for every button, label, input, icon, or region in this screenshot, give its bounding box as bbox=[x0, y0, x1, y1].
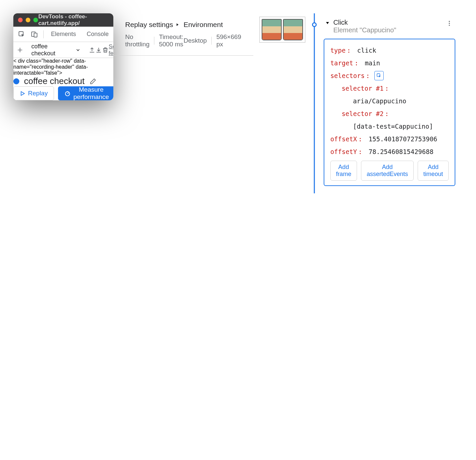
gauge-icon bbox=[64, 90, 71, 97]
new-recording-icon[interactable] bbox=[17, 44, 23, 56]
key-selectors: selectors bbox=[330, 69, 365, 82]
svg-point-9 bbox=[449, 23, 450, 24]
tab-elements[interactable]: Elements bbox=[46, 27, 81, 42]
step-menu-icon[interactable] bbox=[445, 19, 454, 28]
chevron-down-icon bbox=[75, 47, 81, 53]
val-offsety[interactable]: 78.25460815429688 bbox=[369, 145, 433, 158]
add-frame-button[interactable]: Add frame bbox=[330, 161, 357, 181]
val-offsetx[interactable]: 155.40187072753906 bbox=[369, 133, 437, 145]
key-sel2: selector #2 bbox=[342, 107, 384, 120]
replay-settings-label: Replay settings bbox=[125, 21, 173, 29]
add-asserted-events-button[interactable]: Add assertedEvents bbox=[361, 161, 414, 181]
recording-title: coffee checkout bbox=[24, 76, 85, 86]
val-sel1[interactable]: aria/Cappucino bbox=[353, 95, 406, 107]
step-thumbnail[interactable] bbox=[259, 17, 305, 43]
recorder-toolbar: coffee checkout Send feedback bbox=[13, 42, 113, 58]
export-icon[interactable] bbox=[89, 44, 95, 56]
key-target: target bbox=[330, 57, 353, 69]
send-feedback-link[interactable]: Send feedback bbox=[109, 43, 113, 57]
minimize-window-button[interactable] bbox=[26, 18, 30, 22]
maximize-window-button[interactable] bbox=[33, 18, 38, 22]
recording-select-label: coffee checkout bbox=[31, 43, 55, 57]
dimensions-value: 596×669 px bbox=[216, 33, 241, 48]
divider bbox=[211, 37, 212, 45]
val-type[interactable]: click bbox=[357, 44, 376, 57]
tab-label: Console bbox=[87, 31, 109, 38]
divider bbox=[43, 30, 44, 38]
cup-icon bbox=[283, 19, 303, 40]
close-window-button[interactable] bbox=[18, 18, 23, 22]
collapse-icon[interactable] bbox=[325, 20, 330, 25]
step-title: Click bbox=[333, 19, 396, 26]
key-type: type bbox=[330, 44, 346, 57]
replay-label: Replay bbox=[28, 90, 48, 97]
tab-console[interactable]: Console bbox=[81, 27, 113, 42]
add-timeout-button[interactable]: Add timeout bbox=[418, 161, 449, 181]
svg-rect-2 bbox=[34, 33, 37, 37]
replay-button[interactable]: Replay bbox=[13, 86, 54, 100]
pick-selector-icon[interactable] bbox=[374, 71, 384, 80]
edit-title-icon[interactable] bbox=[89, 78, 97, 85]
measure-label: Measure performance bbox=[73, 86, 109, 100]
device-toggle-icon[interactable] bbox=[29, 29, 40, 40]
svg-point-7 bbox=[65, 91, 70, 96]
key-offsety: offsetY bbox=[330, 145, 357, 158]
recording-indicator bbox=[13, 78, 19, 84]
environment-label: Environment bbox=[184, 21, 223, 29]
inspect-icon[interactable] bbox=[16, 29, 27, 40]
chevron-right-icon bbox=[175, 22, 180, 27]
environment-heading: Environment bbox=[184, 21, 241, 29]
timeline bbox=[308, 13, 320, 193]
step-details: type: click target: main selectors: sele… bbox=[324, 39, 455, 186]
replay-settings-toggle[interactable]: Replay settings bbox=[125, 21, 184, 29]
import-icon[interactable] bbox=[95, 44, 102, 56]
recording-select[interactable]: coffee checkout bbox=[27, 43, 85, 57]
settings-panel: Replay settings No throttling Timeout: 5… bbox=[113, 13, 253, 56]
steps-area: Click Element "Cappucino" type: click ta… bbox=[253, 13, 463, 193]
device-value: Desktop bbox=[184, 37, 207, 44]
tab-label: Elements bbox=[51, 31, 76, 38]
step-panel: Click Element "Cappucino" type: click ta… bbox=[320, 13, 463, 193]
tabbar: Elements Console Sources Recorder bbox=[13, 27, 113, 42]
val-sel2[interactable]: [data-test=Cappucino] bbox=[353, 120, 433, 133]
svg-point-10 bbox=[449, 25, 450, 26]
timeout-value: Timeout: 5000 ms bbox=[159, 33, 184, 48]
titlebar: DevTools - coffee-cart.netlify.app/ bbox=[13, 13, 113, 27]
devtools-window: DevTools - coffee-cart.netlify.app/ Elem… bbox=[13, 13, 113, 100]
measure-performance-button[interactable]: Measure performance bbox=[58, 86, 113, 100]
cup-icon bbox=[262, 19, 282, 40]
delete-icon[interactable] bbox=[102, 44, 109, 56]
traffic-lights bbox=[18, 18, 38, 22]
window-title: DevTools - coffee-cart.netlify.app/ bbox=[38, 13, 88, 27]
step-subtitle: Element "Cappucino" bbox=[333, 26, 396, 34]
val-target[interactable]: main bbox=[365, 57, 380, 69]
key-offsetx: offsetX bbox=[330, 133, 357, 145]
throttling-value: No throttling bbox=[125, 33, 150, 48]
thumbnail-column bbox=[253, 13, 308, 193]
timeline-dot bbox=[312, 22, 317, 27]
svg-point-8 bbox=[449, 21, 450, 22]
key-sel1: selector #1 bbox=[342, 82, 384, 95]
play-icon bbox=[20, 91, 25, 96]
